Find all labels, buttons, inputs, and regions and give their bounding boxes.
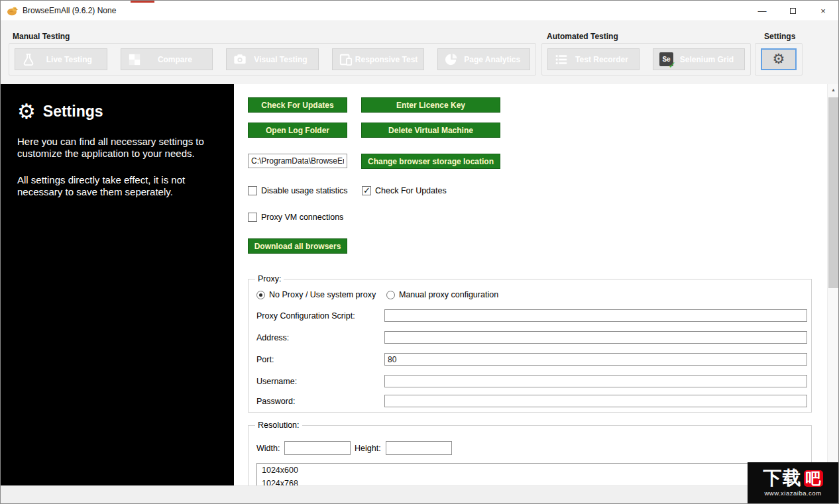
status-bar [1,485,838,503]
responsive-device-icon [339,52,353,67]
selenium-grid-button[interactable]: Se ✓ Selenium Grid [653,48,745,70]
scrollbar-thumb[interactable] [828,97,838,288]
sidebar-gear-icon: ⚙ [17,101,36,122]
live-testing-label: Live Testing [36,55,103,64]
proxy-script-input[interactable] [384,309,807,322]
scroll-up-arrow-icon[interactable]: ▲ [828,84,839,95]
proxy-groupbox: Proxy: No Proxy / Use system proxy Manua… [248,279,812,413]
maximize-icon [790,8,796,14]
radio-circle[interactable] [386,291,395,299]
proxy-username-input[interactable] [384,375,807,387]
checkbox-box[interactable] [248,213,257,222]
test-recorder-button[interactable]: Test Recorder [547,48,640,70]
compare-label: Compare [142,55,209,64]
resolution-width-label: Width: [256,444,280,453]
vertical-scrollbar[interactable]: ▲ ▼ [827,84,838,485]
proxy-script-label: Proxy Configuration Script: [256,311,355,321]
proxy-address-input[interactable] [384,331,807,344]
window-controls: — × [747,1,838,21]
checkbox-box[interactable] [248,186,257,195]
xiazaiba-watermark: 下载 吧 www.xiazaiba.com [748,462,838,503]
pie-chart-icon [444,52,459,67]
page-analytics-label: Page Analytics [459,55,526,64]
proxy-username-label: Username: [256,377,297,386]
live-testing-button[interactable]: Live Testing [15,48,107,70]
checkbox-box[interactable] [362,186,371,195]
test-recorder-label: Test Recorder [569,55,635,64]
compare-icon [127,52,142,67]
open-log-folder-button[interactable]: Open Log Folder [248,123,347,138]
resolution-height-label: Height: [355,444,381,453]
camera-icon [233,52,247,67]
enter-licence-key-button[interactable]: Enter Licence Key [361,97,500,113]
delete-virtual-machine-button[interactable]: Delete Virtual Machine [361,123,500,138]
app-icon [7,6,18,16]
check-for-updates-button[interactable]: Check For Updates [248,97,347,113]
flask-icon [21,52,36,67]
settings-gear-button[interactable]: ⚙ [761,48,797,70]
settings-content: Check For Updates Enter Licence Key Open… [234,84,827,485]
sidebar-paragraph-1: Here you can find all necessary settings… [17,136,217,160]
radio-label: Manual proxy configuration [399,290,498,299]
automated-testing-group: Test Recorder Se ✓ Selenium Grid [541,43,751,76]
manual-testing-group: Live Testing Compare Visual Testing Resp… [9,43,536,76]
visual-testing-button[interactable]: Visual Testing [226,48,319,70]
titlebar: BrowseEmAll (9.6.2) None — × [1,1,838,21]
proxy-password-input[interactable] [384,395,807,407]
radio-circle[interactable] [256,291,265,299]
visual-testing-label: Visual Testing [247,55,314,64]
settings-gear-icon: ⚙ [773,52,785,66]
toolbar: Manual Testing Automated Testing Setting… [1,21,838,84]
watermark-logo: 下载 吧 [763,469,823,487]
proxy-password-label: Password: [256,397,295,406]
selenium-grid-label: Selenium Grid [673,55,740,64]
app-window: BrowseEmAll (9.6.2) None — × Manual Test… [0,0,839,504]
recorder-list-icon [554,52,569,67]
selenium-check-icon: ✓ [668,60,676,70]
resolution-list-item[interactable]: 1024x768 [257,477,804,485]
sidebar-paragraph-2: All settings directly take effect, it is… [17,174,217,199]
proxy-legend: Proxy: [255,274,284,283]
responsive-test-button[interactable]: Responsive Test [332,48,425,70]
sidebar-title: Settings [43,103,103,121]
storage-path-input[interactable] [248,154,347,168]
download-all-browsers-button[interactable]: Download all browsers [248,238,347,254]
radio-label: No Proxy / Use system proxy [269,290,376,299]
resolution-groupbox: Resolution: Width: Height: 1024x600 1024… [248,425,812,485]
resolution-list[interactable]: 1024x600 1024x768 [256,463,805,485]
settings-group: ⚙ [755,43,803,76]
change-storage-location-button[interactable]: Change browser storage location [361,154,500,169]
proxy-address-label: Address: [256,333,289,342]
disable-usage-statistics-checkbox[interactable]: Disable usage statistics [248,186,348,195]
responsive-test-label: Responsive Test [353,55,420,64]
window-title: BrowseEmAll (9.6.2) None [23,6,116,15]
page-analytics-button[interactable]: Page Analytics [437,48,530,70]
proxy-port-input[interactable] [384,353,807,366]
watermark-url: www.xiazaiba.com [764,489,821,497]
proxy-port-label: Port: [256,355,274,364]
checkbox-label: Proxy VM connections [261,213,343,222]
sidebar-title-row: ⚙ Settings [17,101,234,122]
selenium-icon: Se ✓ [659,52,673,66]
watermark-accent-text: 吧 [804,470,823,487]
manual-proxy-radio[interactable]: Manual proxy configuration [386,290,498,299]
checkbox-label: Disable usage statistics [261,186,348,195]
checkbox-label: Check For Updates [375,186,447,195]
group-label-manual-testing: Manual Testing [13,32,70,41]
minimize-button[interactable]: — [747,1,777,21]
group-label-automated-testing: Automated Testing [547,32,618,41]
resolution-legend: Resolution: [255,421,302,430]
watermark-text: 下载 [763,469,802,487]
resolution-list-item[interactable]: 1024x600 [257,464,804,477]
resolution-width-input[interactable] [284,441,351,455]
top-red-artifact [131,1,154,3]
resolution-height-input[interactable] [386,441,452,455]
close-button[interactable]: × [808,1,838,21]
maximize-button[interactable] [777,1,808,21]
no-proxy-radio[interactable]: No Proxy / Use system proxy [256,290,376,299]
check-for-updates-checkbox[interactable]: Check For Updates [362,186,447,195]
compare-button[interactable]: Compare [121,48,213,70]
group-label-settings: Settings [764,32,795,41]
settings-sidebar: ⚙ Settings Here you can find all necessa… [1,84,234,485]
proxy-vm-connections-checkbox[interactable]: Proxy VM connections [248,213,343,222]
